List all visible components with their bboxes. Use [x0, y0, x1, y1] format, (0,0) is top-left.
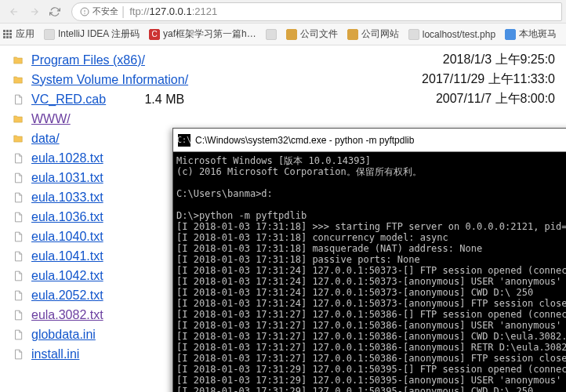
content-area: Program Files (x86)/2018/1/3 上午9:25:0Sys…: [0, 45, 566, 392]
favicon-intellij: [44, 29, 55, 40]
file-link[interactable]: eula.1031.txt: [31, 171, 103, 185]
file-link[interactable]: data/: [31, 132, 60, 146]
folder-icon: [11, 112, 25, 126]
bookmark-label: 公司网站: [361, 27, 399, 41]
security-indicator[interactable]: 不安全: [74, 5, 122, 17]
file-icon: [11, 289, 25, 303]
file-icon: [11, 308, 25, 322]
apps-button[interactable]: 应用: [3, 27, 34, 41]
bookmark-yaf[interactable]: Cyaf框架学习第一篇h…: [149, 27, 256, 41]
apps-icon: [3, 30, 13, 39]
file-icon: [11, 93, 25, 107]
list-item: WWW/: [11, 109, 555, 129]
forward-button[interactable]: [26, 3, 43, 20]
file-link[interactable]: eula.2052.txt: [31, 289, 103, 303]
favicon-banma: [505, 29, 516, 40]
favicon-localhost: [408, 29, 419, 40]
bookmark-banma[interactable]: 本地斑马: [505, 27, 557, 41]
folder-icon: [11, 132, 25, 146]
file-link[interactable]: Program Files (x86)/: [31, 53, 145, 67]
file-link[interactable]: eula.1028.txt: [31, 151, 103, 165]
cmd-window[interactable]: C:\ C:\Windows\system32\cmd.exe - python…: [172, 128, 566, 392]
file-link[interactable]: WWW/: [31, 112, 71, 126]
reload-button[interactable]: [46, 3, 63, 20]
file-icon: [11, 249, 25, 263]
url-text: ftp://127.0.0.1:2121: [125, 5, 217, 17]
cmd-icon: C:\: [178, 134, 190, 147]
svg-point-2: [85, 13, 85, 13]
bookmark-label: IntelliJ IDEA 注册码: [58, 27, 140, 41]
bookmark-generic1[interactable]: [266, 29, 277, 40]
file-link[interactable]: install.ini: [31, 347, 79, 361]
list-item: VC_RED.cab1.4 MB2007/11/7 上午8:00:0: [11, 89, 555, 109]
folder-icon: [11, 53, 25, 67]
bookmark-label: localhost/test.php: [423, 29, 495, 40]
list-item: System Volume Information/2017/11/29 上午1…: [11, 70, 555, 89]
file-size: 1.4 MB: [106, 93, 184, 107]
cmd-titlebar[interactable]: C:\ C:\Windows\system32\cmd.exe - python…: [173, 129, 566, 152]
favicon-yaf: C: [149, 29, 160, 40]
browser-nav-bar: 不安全 | ftp://127.0.0.1:2121: [0, 0, 566, 24]
favicon-generic1: [266, 29, 277, 40]
file-link[interactable]: eula.1036.txt: [31, 210, 103, 224]
file-icon: [11, 210, 25, 224]
file-link[interactable]: eula.3082.txt: [31, 308, 103, 322]
bookmark-intellij[interactable]: IntelliJ IDEA 注册码: [44, 27, 140, 41]
file-icon: [11, 151, 25, 165]
apps-label: 应用: [16, 27, 34, 41]
bookmark-label: 公司文件: [300, 27, 338, 41]
file-icon: [11, 328, 25, 342]
file-link[interactable]: eula.1042.txt: [31, 269, 103, 283]
bookmark-label: yaf框架学习第一篇h…: [163, 27, 256, 41]
insecure-label: 不安全: [93, 5, 118, 17]
file-link[interactable]: globdata.ini: [31, 328, 96, 342]
file-link[interactable]: VC_RED.cab: [31, 93, 106, 107]
file-icon: [11, 269, 25, 283]
file-link[interactable]: eula.1041.txt: [31, 249, 103, 263]
folder-icon: [11, 73, 25, 87]
url-bar[interactable]: 不安全 | ftp://127.0.0.1:2121: [71, 2, 562, 21]
bookmark-label: 本地斑马: [519, 27, 557, 41]
file-icon: [11, 191, 25, 205]
file-link[interactable]: eula.1040.txt: [31, 230, 103, 244]
bookmark-company-files[interactable]: 公司文件: [286, 27, 338, 41]
file-icon: [11, 171, 25, 185]
file-link[interactable]: System Volume Information/: [31, 73, 188, 87]
back-button[interactable]: [5, 3, 23, 20]
bookmarks-bar: 应用 IntelliJ IDEA 注册码Cyaf框架学习第一篇h…公司文件公司网…: [0, 24, 566, 45]
file-icon: [11, 230, 25, 244]
list-item: Program Files (x86)/2018/1/3 上午9:25:0: [11, 50, 555, 70]
file-icon: [11, 347, 25, 361]
favicon-company-files: [286, 29, 297, 40]
bookmark-company-site[interactable]: 公司网站: [347, 27, 399, 41]
favicon-company-site: [347, 29, 358, 40]
file-date: 2017/11/29 上午11:33:0: [267, 71, 555, 88]
cmd-output[interactable]: Microsoft Windows [版本 10.0.14393] (c) 20…: [173, 152, 566, 392]
bookmark-localhost[interactable]: localhost/test.php: [408, 29, 495, 40]
file-link[interactable]: eula.1033.txt: [31, 191, 103, 205]
file-date: 2018/1/3 上午9:25:0: [223, 52, 555, 68]
file-date: 2007/11/7 上午8:00:0: [184, 91, 555, 107]
cmd-title-text: C:\Windows\system32\cmd.exe - python -m …: [195, 135, 414, 146]
